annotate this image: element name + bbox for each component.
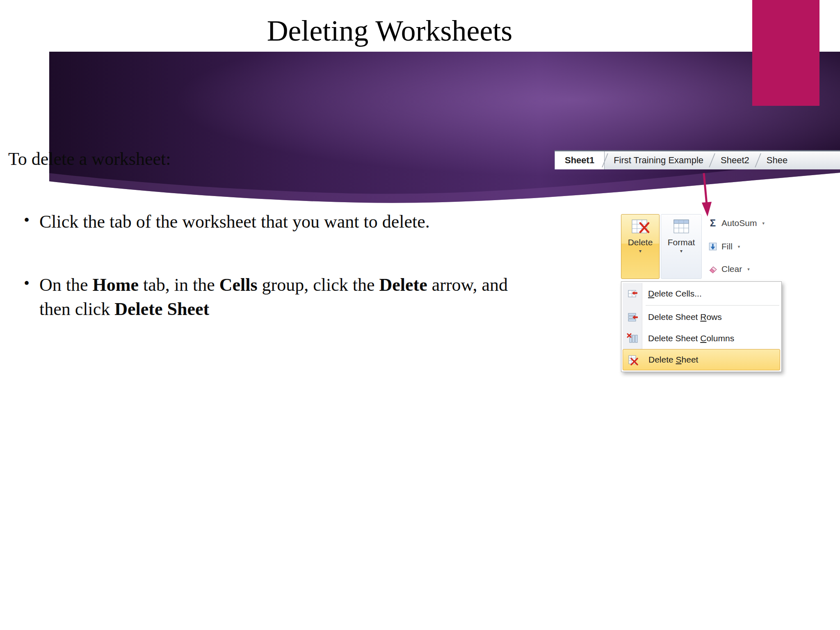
sheet-tab-label: Sheet1 xyxy=(565,155,594,166)
format-button[interactable]: Format ▾ xyxy=(661,214,702,279)
sheet-tab-label: Shee xyxy=(767,155,788,166)
menu-item-label: Delete Sheet xyxy=(648,355,698,365)
bullet-item-2: On the Home tab, in the Cells group, cli… xyxy=(21,273,527,321)
delete-cells-icon xyxy=(627,288,638,299)
menu-separator xyxy=(646,305,779,306)
bullet-2-bold-home: Home xyxy=(93,275,139,295)
delete-sheet-rows-icon xyxy=(627,311,638,323)
fill-label: Fill xyxy=(721,242,733,251)
bullet-2-text: On the xyxy=(39,275,93,295)
fill-down-arrow-icon xyxy=(708,242,718,251)
eraser-icon xyxy=(708,264,718,274)
sheet-tab-first-training-example[interactable]: First Training Example xyxy=(605,151,712,169)
menu-item-delete-cells[interactable]: Delete Cells... xyxy=(623,283,780,304)
autosum-button[interactable]: Σ AutoSum ▾ xyxy=(708,217,788,229)
delete-dropdown-menu: Delete Cells... Delete Sheet Rows xyxy=(621,281,782,372)
page-title: Deleting Worksheets xyxy=(0,14,779,48)
sheet-tab-label: First Training Example xyxy=(614,155,703,166)
chevron-down-icon: ▾ xyxy=(639,249,641,253)
menu-item-delete-sheet-columns[interactable]: Delete Sheet Columns xyxy=(623,328,780,349)
title-banner-graphic xyxy=(49,52,840,208)
sheet-tab-label: Sheet2 xyxy=(721,155,749,166)
clear-label: Clear xyxy=(721,264,742,274)
clear-button[interactable]: Clear ▾ xyxy=(708,264,788,274)
ribbon-cells-group: Delete ▾ Format ▾ Σ AutoSum ▾ xyxy=(621,214,788,279)
bullet-2-text: group, click the xyxy=(258,275,379,295)
bullet-item-1: Click the tab of the worksheet that you … xyxy=(21,210,614,234)
bullet-2-bold-delete-sheet: Delete Sheet xyxy=(114,299,209,319)
chevron-down-icon: ▾ xyxy=(680,249,682,253)
ribbon-editing-buttons: Σ AutoSum ▾ Fill ▾ Clear ▾ xyxy=(703,214,788,279)
delete-button-label: Delete xyxy=(628,237,653,247)
bullet-2-bold-cells: Cells xyxy=(219,275,258,295)
delete-sheet-icon xyxy=(627,354,639,365)
delete-button[interactable]: Delete ▾ xyxy=(621,214,660,279)
bullet-2-bold-delete: Delete xyxy=(379,275,427,295)
delete-cells-icon xyxy=(631,218,650,236)
chevron-down-icon: ▾ xyxy=(738,244,740,249)
autosum-label: AutoSum xyxy=(721,218,757,228)
fill-button[interactable]: Fill ▾ xyxy=(708,242,788,251)
sheet-tab-sheet1[interactable]: Sheet1 xyxy=(555,151,605,169)
intro-text: To delete a worksheet: xyxy=(8,148,171,169)
sheet-tab-strip: Sheet1 First Training Example Sheet2 She… xyxy=(555,150,840,169)
sigma-icon: Σ xyxy=(708,217,718,229)
menu-item-label: Delete Sheet Rows xyxy=(648,312,722,322)
slide: Deleting Worksheets To delete a workshee… xyxy=(0,0,840,630)
menu-item-label: Delete Sheet Columns xyxy=(648,333,734,343)
chevron-down-icon: ▾ xyxy=(762,221,765,226)
chevron-down-icon: ▾ xyxy=(747,267,750,272)
menu-item-label: Delete Cells... xyxy=(648,289,702,299)
menu-item-delete-sheet-rows[interactable]: Delete Sheet Rows xyxy=(623,306,780,328)
accent-rectangle xyxy=(752,0,819,106)
bullet-2-text: tab, in the xyxy=(139,275,219,295)
delete-sheet-columns-icon xyxy=(627,333,638,344)
sheet-tab-sheet3-clipped[interactable]: Shee xyxy=(758,151,796,169)
format-cells-icon xyxy=(672,218,691,236)
callout-arrow-icon xyxy=(696,172,714,219)
bullet-1-text: Click the tab of the worksheet that you … xyxy=(39,212,430,232)
menu-item-delete-sheet[interactable]: Delete Sheet xyxy=(623,349,780,370)
sheet-tab-sheet2[interactable]: Sheet2 xyxy=(712,151,758,169)
format-button-label: Format xyxy=(668,237,695,247)
